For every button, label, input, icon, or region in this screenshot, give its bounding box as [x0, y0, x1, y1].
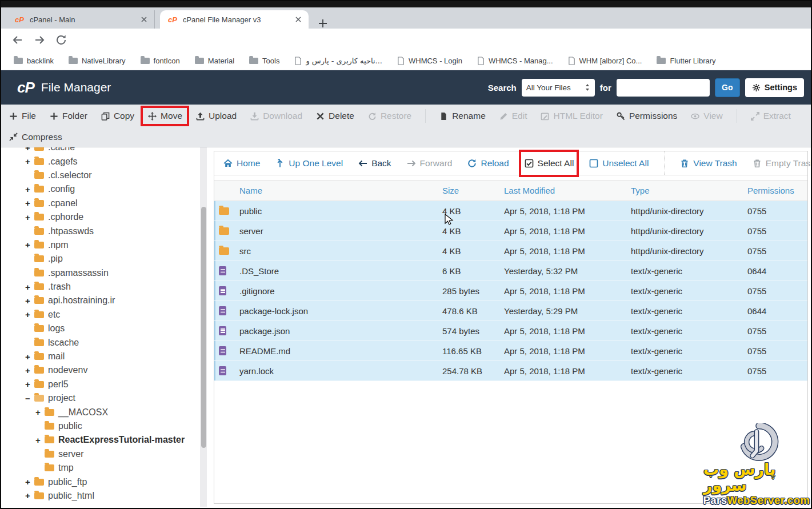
browser-reload-icon[interactable] — [55, 34, 67, 46]
table-row[interactable]: yarn.lock254.78 KBApr 5, 2018, 1:18 PMte… — [214, 361, 807, 381]
toolbar-button-copy[interactable]: Copy — [101, 111, 134, 121]
tree-item-tmp[interactable]: tmp — [2, 461, 201, 475]
toolbar-button-rename[interactable]: Rename — [439, 111, 486, 121]
bookmark-whm-alborz[interactable]: WHM [alborz] Co... — [568, 57, 642, 65]
tree-expander[interactable]: + — [25, 310, 34, 319]
tree-expander[interactable]: − — [25, 394, 34, 403]
column-header-permissions[interactable]: Permissions — [747, 186, 807, 195]
tree-item-trash[interactable]: +.trash — [2, 280, 201, 294]
table-row[interactable]: package-lock.json478.6 KBYesterday, 5:29… — [214, 301, 807, 321]
table-row[interactable]: public4 KBApr 5, 2018, 1:18 PMhttpd/unix… — [214, 201, 807, 221]
tree-expander[interactable]: + — [25, 213, 34, 222]
nav-forward-button[interactable]: Forward — [407, 158, 453, 169]
bookmark-flutter-library[interactable]: Flutter Library — [657, 57, 715, 65]
column-header-type[interactable]: Type — [631, 186, 747, 195]
toolbar-button-move[interactable]: Move — [148, 111, 182, 121]
tree-item-lscache[interactable]: lscache — [2, 335, 201, 349]
tree-item-public-ftp[interactable]: +public_ftp — [2, 475, 201, 488]
tree-expander[interactable]: + — [25, 198, 34, 208]
tab-cpanel-main[interactable]: cP cPanel - Main — [7, 10, 155, 29]
tree-item-cl-selector[interactable]: .cl.selector — [2, 169, 201, 182]
table-row[interactable]: package.json574 bytesApr 5, 2018, 1:18 P… — [214, 321, 807, 341]
column-header-size[interactable]: Size — [442, 186, 504, 195]
nav-select-all-button[interactable]: Select All — [525, 158, 574, 169]
bookmark-tools[interactable]: Tools — [249, 57, 279, 65]
tree-expander[interactable]: + — [35, 435, 45, 445]
bookmark-whmcs-manage[interactable]: WHMCS - Manag... — [477, 57, 553, 65]
tree-expander[interactable]: + — [25, 477, 34, 487]
tab-file-manager[interactable]: cP cPanel File Manager v3 — [160, 10, 309, 29]
nav-view-trash-button[interactable]: View Trash — [680, 158, 737, 169]
tree-expander[interactable]: + — [25, 491, 34, 500]
tree-item-server[interactable]: server — [2, 447, 201, 461]
tree-expander[interactable]: + — [25, 185, 34, 194]
bookmark-fonticon[interactable]: fontIcon — [141, 57, 180, 65]
table-row[interactable]: README.md116.65 KBApr 5, 2018, 1:18 PMte… — [214, 341, 807, 361]
tree-item-cpanel[interactable]: +.cpanel — [2, 197, 201, 210]
tree-item-mail[interactable]: +mail — [2, 350, 201, 363]
toolbar-button-compress[interactable]: Compress — [9, 132, 62, 142]
toolbar-button-extract[interactable]: Extract — [751, 111, 791, 121]
tree-expander[interactable]: + — [35, 407, 45, 417]
new-tab-icon[interactable] — [317, 17, 329, 30]
tree-expander[interactable]: + — [25, 282, 34, 292]
sidebar-scrollbar-thumb[interactable] — [201, 207, 206, 448]
search-input[interactable] — [617, 79, 710, 97]
tree-expander[interactable]: + — [25, 147, 34, 153]
toolbar-button-delete[interactable]: Delete — [316, 111, 354, 121]
tree-item-nodevenv[interactable]: +nodevenv — [2, 363, 201, 377]
search-scope-select[interactable]: All Your Files — [522, 79, 595, 97]
nav-unselect-all-button[interactable]: Unselect All — [589, 158, 649, 169]
tree-expander[interactable]: + — [25, 352, 34, 362]
toolbar-button-html-editor[interactable]: HTML Editor — [541, 111, 602, 121]
bookmark-material[interactable]: Material — [195, 57, 234, 65]
tree-item-npm[interactable]: +.npm — [2, 238, 201, 252]
tree-item-public-html[interactable]: +public_html — [2, 489, 201, 503]
bookmark-user-area[interactable]: ناحیه کاربری - پارس و... — [294, 57, 382, 65]
tree-expander[interactable]: + — [25, 240, 34, 250]
toolbar-button-restore[interactable]: Restore — [368, 111, 411, 121]
tree-item-cache[interactable]: +.cache — [2, 147, 201, 154]
tree-expander[interactable]: + — [25, 379, 34, 389]
tree-item-perl5[interactable]: +perl5 — [2, 378, 201, 391]
go-button[interactable]: Go — [715, 78, 740, 97]
toolbar-button-view[interactable]: View — [691, 111, 722, 121]
tree-item-config[interactable]: +.config — [2, 182, 201, 196]
tree-item-reactexpresstutorial[interactable]: +ReactExpressTutorial-master — [2, 433, 201, 447]
toolbar-button-edit[interactable]: Edit — [499, 111, 527, 121]
tree-item-etc[interactable]: +etc — [2, 308, 201, 322]
browser-forward-icon[interactable] — [33, 34, 46, 46]
tree-expander[interactable]: + — [25, 366, 34, 375]
nav-empty-trash-button[interactable]: Empty Trash — [753, 158, 812, 169]
nav-back-button[interactable]: Back — [358, 158, 391, 169]
table-row[interactable]: server4 KBApr 5, 2018, 1:18 PMhttpd/unix… — [214, 221, 807, 241]
tree-item-pip[interactable]: .pip — [2, 252, 201, 266]
column-header-modified[interactable]: Last Modified — [504, 186, 631, 195]
tree-item-public[interactable]: public — [2, 419, 201, 433]
tree-expander[interactable]: + — [25, 157, 34, 166]
table-row[interactable]: .gitignore285 bytesApr 5, 2018, 1:18 PMt… — [214, 281, 807, 301]
toolbar-button-folder[interactable]: Folder — [50, 111, 87, 121]
tree-item-project[interactable]: −project — [2, 391, 201, 405]
nav-up-one-level-button[interactable]: Up One Level — [275, 158, 343, 169]
tree-expander[interactable]: + — [25, 296, 34, 306]
table-row[interactable]: .DS_Store6 KBYesterday, 5:32 PMtext/x-ge… — [214, 261, 807, 281]
column-header-name[interactable]: Name — [239, 186, 442, 195]
tree-item-cagefs[interactable]: +.cagefs — [2, 154, 201, 168]
toolbar-button-file[interactable]: File — [9, 111, 36, 121]
tree-item-logs[interactable]: logs — [2, 322, 201, 335]
settings-button[interactable]: Settings — [745, 78, 804, 97]
bookmark-backlink[interactable]: backlink — [14, 57, 54, 65]
nav-reload-button[interactable]: Reload — [467, 158, 509, 169]
toolbar-button-download[interactable]: Download — [250, 111, 302, 121]
toolbar-button-upload[interactable]: Upload — [196, 111, 237, 121]
tree-item-api-hostraining[interactable]: +api.hostraining.ir — [2, 294, 201, 307]
tree-item-spamassassin[interactable]: .spamassassin — [2, 266, 201, 280]
nav-home-button[interactable]: Home — [223, 158, 260, 169]
browser-back-icon[interactable] — [11, 34, 24, 46]
close-icon[interactable] — [139, 15, 149, 24]
toolbar-button-permissions[interactable]: Permissions — [617, 111, 677, 121]
bookmark-whmcs-login[interactable]: WHMCS - Login — [397, 57, 462, 65]
tree-item-macosx[interactable]: +__MACOSX — [2, 405, 201, 419]
bookmark-nativelibrary[interactable]: NativeLibrary — [69, 57, 126, 65]
